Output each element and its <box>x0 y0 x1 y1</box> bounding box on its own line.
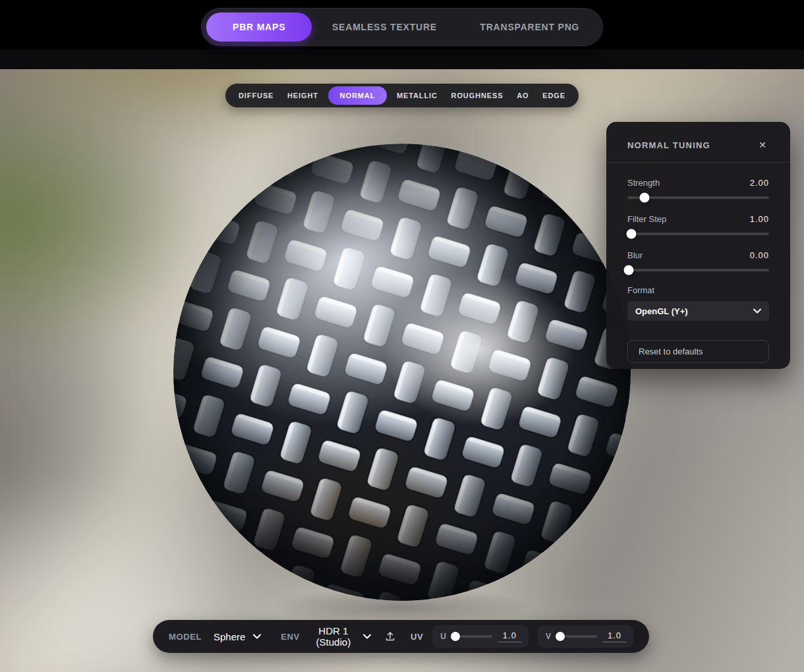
v-slider-thumb[interactable] <box>556 632 565 641</box>
environment-selected-value: HDR 1 (Studio) <box>312 625 355 648</box>
map-type-tab[interactable]: EDGE <box>538 88 569 103</box>
map-type-tab[interactable]: METALLIC <box>393 88 442 103</box>
export-mode-tab[interactable]: TRANSPARENT PNG <box>457 9 602 45</box>
preview-sphere[interactable] <box>173 144 631 601</box>
u-value-input[interactable]: 1.0 <box>498 630 522 642</box>
panel-divider <box>606 162 790 163</box>
upload-hdr-icon[interactable] <box>384 630 396 642</box>
slider-label: Blur <box>627 250 643 260</box>
top-header: PBR MAPSSEAMLESS TEXTURETRANSPARENT PNG <box>0 0 804 69</box>
close-icon[interactable]: ✕ <box>756 139 769 151</box>
v-tiling-control: V 1.0 <box>538 625 633 648</box>
u-slider-thumb[interactable] <box>451 632 460 641</box>
map-type-tab[interactable]: NORMAL <box>328 86 388 105</box>
slider-thumb[interactable] <box>624 266 634 275</box>
tuning-slider-row: Strength 2.00 <box>627 178 769 199</box>
format-selected-value: OpenGL (Y+) <box>635 306 688 316</box>
map-type-tab[interactable]: HEIGHT <box>283 88 322 103</box>
slider-value: 2.00 <box>750 178 769 188</box>
v-value-input[interactable]: 1.0 <box>602 630 627 642</box>
export-mode-tab[interactable]: SEAMLESS TEXTURE <box>312 9 457 45</box>
tuning-slider-row: Filter Step 1.00 <box>627 214 769 235</box>
slider-track[interactable] <box>627 233 769 235</box>
weave-texture <box>173 144 631 601</box>
export-mode-tabs: PBR MAPSSEAMLESS TEXTURETRANSPARENT PNG <box>201 8 603 46</box>
u-slider-track[interactable] <box>451 635 492 638</box>
env-label: ENV <box>281 632 300 642</box>
normal-tuning-panel: NORMAL TUNING ✕ Strength 2.00 Filter Ste… <box>606 122 790 369</box>
slider-track[interactable] <box>627 269 769 271</box>
slider-value: 1.00 <box>750 214 769 224</box>
uv-label: UV <box>411 632 423 642</box>
model-selected-value: Sphere <box>214 631 245 642</box>
slider-label: Filter Step <box>627 214 666 224</box>
export-mode-tab[interactable]: PBR MAPS <box>206 13 312 42</box>
reset-to-defaults-button[interactable]: Reset to defaults <box>627 340 769 363</box>
map-type-tab[interactable]: DIFFUSE <box>235 88 277 103</box>
v-slider-track[interactable] <box>556 635 597 638</box>
chevron-down-icon <box>363 634 371 639</box>
u-axis-label: U <box>440 632 446 641</box>
u-tiling-control: U 1.0 <box>432 625 529 648</box>
slider-thumb[interactable] <box>627 229 637 239</box>
render-viewport[interactable]: DIFFUSEHEIGHTNORMALMETALLICROUGHNESSAOED… <box>0 69 804 672</box>
model-label: MODEL <box>169 632 202 642</box>
environment-select[interactable]: HDR 1 (Studio) <box>312 625 371 648</box>
format-label: Format <box>627 285 769 295</box>
slider-thumb[interactable] <box>639 193 649 203</box>
map-type-tab[interactable]: ROUGHNESS <box>447 88 507 103</box>
chevron-down-icon <box>753 308 761 314</box>
slider-value: 0.00 <box>750 250 769 260</box>
map-type-tabs: DIFFUSEHEIGHTNORMALMETALLICROUGHNESSAOED… <box>225 84 579 107</box>
tuning-sliders: Strength 2.00 Filter Step 1.00 <box>627 178 769 271</box>
v-axis-label: V <box>546 632 551 641</box>
slider-track[interactable] <box>627 196 769 199</box>
slider-label: Strength <box>627 178 660 188</box>
chevron-down-icon <box>253 634 261 639</box>
map-type-tab[interactable]: AO <box>513 88 532 103</box>
viewer-control-bar: MODEL Sphere ENV HDR 1 (Studio) UV U <box>153 620 649 653</box>
model-select[interactable]: Sphere <box>214 631 261 642</box>
format-select[interactable]: OpenGL (Y+) <box>627 301 769 321</box>
tuning-slider-row: Blur 0.00 <box>627 250 769 271</box>
panel-title: NORMAL TUNING <box>627 140 710 150</box>
